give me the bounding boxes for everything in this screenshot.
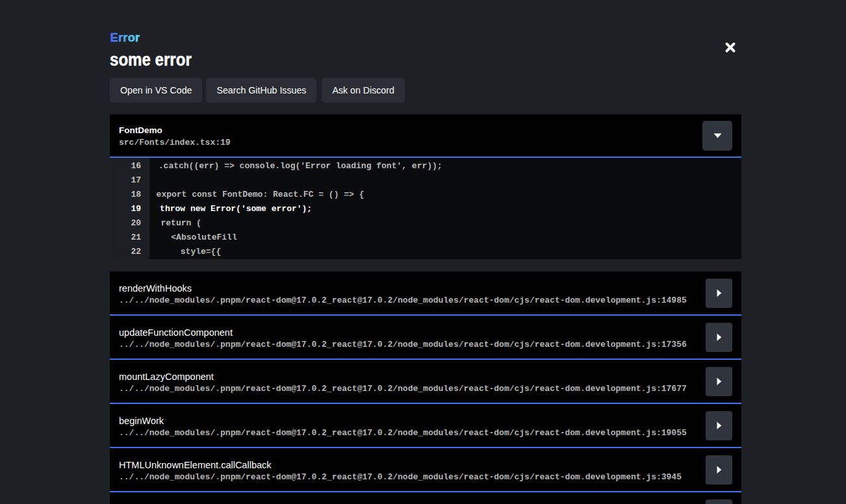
svg-text:Error: Error xyxy=(110,31,140,44)
